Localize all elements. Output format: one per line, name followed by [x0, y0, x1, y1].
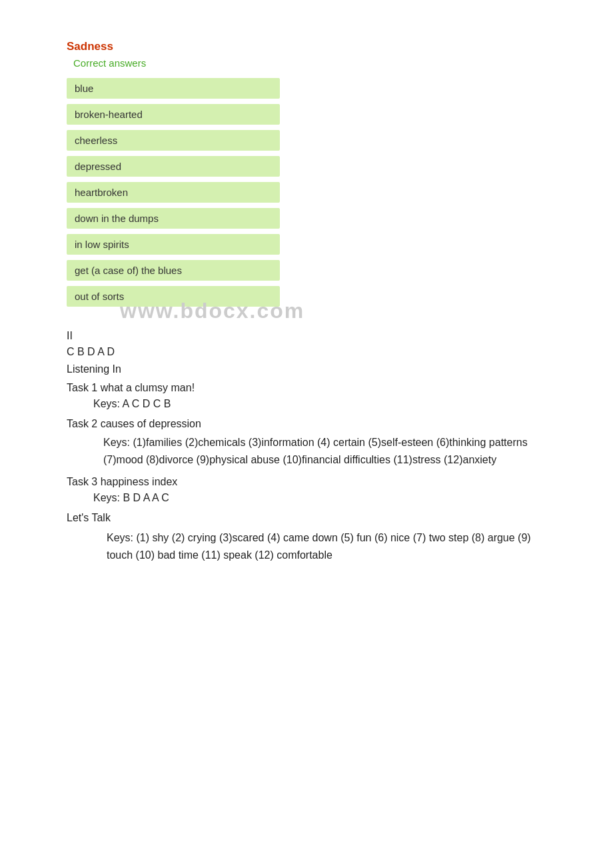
answer-item-6: in low spirits: [67, 234, 280, 255]
answer-item-4: heartbroken: [67, 182, 280, 203]
task-1-keys: Keys: A C D C B: [93, 398, 546, 410]
correct-answers-label: Correct answers: [73, 57, 546, 69]
answer-item-0: blue: [67, 78, 280, 99]
task-3-block: Task 3 happiness index Keys: B D A A C: [67, 476, 546, 504]
answer-item-5: down in the dumps: [67, 208, 280, 229]
watermark: www.bdocx.com: [120, 299, 546, 323]
task-2-block: Task 2 causes of depression Keys: (1)fam…: [67, 418, 546, 468]
task-1-block: Task 1 what a clumsy man! Keys: A C D C …: [67, 382, 546, 410]
section-title: Sadness: [67, 40, 546, 53]
task-1-title: Task 1 what a clumsy man!: [67, 382, 546, 394]
answers-list: blue broken-hearted cheerless depressed …: [67, 78, 546, 307]
task-2-title: Task 2 causes of depression: [67, 418, 546, 430]
listening-in: Listening In: [67, 363, 546, 375]
answer-item-1: broken-hearted: [67, 104, 280, 125]
answer-item-3: depressed: [67, 156, 280, 177]
task-3-title: Task 3 happiness index: [67, 476, 546, 488]
section-ii: II: [67, 330, 546, 342]
task-3-keys: Keys: B D A A C: [93, 492, 546, 504]
lets-talk: Let's Talk: [67, 512, 546, 524]
lets-talk-keys: Keys: (1) shy (2) crying (3)scared (4) c…: [107, 529, 546, 563]
task-2-keys: Keys: (1)families (2)chemicals (3)inform…: [103, 434, 546, 468]
cbdad: C B D A D: [67, 346, 546, 358]
answer-item-7: get (a case of) the blues: [67, 260, 280, 281]
answer-item-2: cheerless: [67, 130, 280, 151]
